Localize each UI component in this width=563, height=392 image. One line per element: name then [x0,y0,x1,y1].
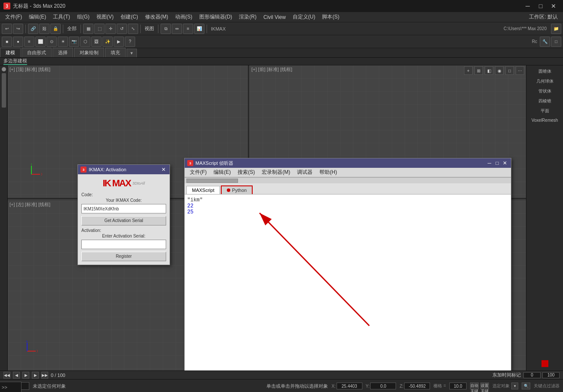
create-geo[interactable]: ● [13,37,23,47]
ms-menu-file[interactable]: 文件(F) [186,168,210,177]
maximize-button[interactable]: □ [535,0,547,12]
vp-grid-btn[interactable]: ⊞ [474,66,483,75]
play-btn[interactable]: ▶ [22,372,29,379]
ikmax-code-input[interactable] [81,204,166,213]
ms-tab-python[interactable]: Python [221,185,253,194]
panel-item-plane[interactable]: 平面 [527,107,562,115]
mirror-btn[interactable]: ⇔ [172,24,182,34]
sidebar-btn-1[interactable] [2,67,6,71]
menu-customize[interactable]: 自定义(U) [289,12,319,22]
tab-populate[interactable]: 填充 [105,48,126,57]
render-btn[interactable]: 🔧 [540,37,550,47]
menu-edit[interactable]: 编辑(E) [25,12,49,22]
close-button[interactable]: ✕ [548,0,560,12]
select-btn[interactable]: ▦ [83,24,93,34]
vp-sphere-btn[interactable]: ◉ [495,66,504,75]
scale-btn[interactable]: ⤡ [128,24,138,34]
ms-top-scrollbar[interactable] [185,177,511,183]
grid-value-input[interactable] [449,383,467,389]
obj-btn[interactable]: ⬜ [35,37,46,47]
filter-dropdown[interactable]: ▾ [511,383,518,389]
redo-btn[interactable]: ↪ [13,24,23,34]
select-region-btn[interactable]: ⬚ [94,24,105,34]
search-btn[interactable]: 🔍 [522,383,530,389]
ikmax-close-button[interactable]: ✕ [160,166,167,173]
menu-file[interactable]: 文件(F) [2,12,25,22]
menu-animation[interactable]: 动画(S) [172,12,196,22]
align-btn[interactable]: ≡ [183,24,193,34]
cam-btn[interactable]: 📷 [69,37,79,47]
minimize-button[interactable]: ─ [522,0,534,12]
end-frame-input[interactable] [542,372,560,378]
menu-civil-view[interactable]: Civil View [260,13,289,21]
tab-extra[interactable]: ▾ [127,49,137,57]
ms-editor-area[interactable]: "ikm" 22 25 [185,194,511,370]
menu-script[interactable]: 脚本(S) [319,12,343,22]
wire-btn[interactable]: ⬡ [80,37,90,47]
snap-btn[interactable]: ⧉ [161,24,171,34]
ikmax-serial-input[interactable] [81,240,166,249]
vp-dots-btn[interactable]: ⋯ [516,66,524,75]
ms-menu-help[interactable]: 帮助(H) [316,168,340,177]
anim-btn[interactable]: ▶ [114,37,124,47]
menu-create[interactable]: 创建(C) [117,12,142,22]
ms-maximize-btn[interactable]: □ [494,160,501,167]
ms-menu-macro[interactable]: 宏录制器(M) [258,168,294,177]
ms-top-scrollbar-thumb[interactable] [186,179,238,183]
rotate-btn[interactable]: ↺ [117,24,127,34]
vp-view-btn[interactable]: ◧ [485,66,493,75]
create-shape[interactable]: ■ [2,37,12,47]
menu-group[interactable]: 组(G) [74,12,93,22]
tab-freeform[interactable]: 自由形式 [22,48,52,57]
menu-render[interactable]: 渲染(R) [235,12,260,22]
sidebar-btn-2[interactable] [2,73,6,108]
unlink-btn[interactable]: ⛓ [39,24,49,34]
ms-menu-debug[interactable]: 调试器 [294,168,316,177]
menu-graph-editor[interactable]: 图形编辑器(D) [196,12,236,22]
vp-box-btn[interactable]: □ [505,66,514,75]
panel-item-tube[interactable]: 管状体 [527,87,562,96]
x-input[interactable] [337,383,362,389]
menu-tools[interactable]: 工具(T) [49,12,73,22]
tab-select[interactable]: 选择 [53,48,73,57]
light-btn[interactable]: ☀ [58,37,68,47]
next-frame-btn[interactable]: ▶ [32,372,39,379]
y-input[interactable] [370,383,396,389]
ikmax-register-btn[interactable]: Register [81,252,166,261]
undo-btn[interactable]: ↩ [2,24,12,34]
add-key-btn[interactable]: 东加时间标记 [492,372,521,378]
panel-item-geosphere[interactable]: 几何球体 [527,77,562,86]
prev-frame-btn[interactable]: ◀ [13,372,20,379]
ms-tab-maxscript[interactable]: MAXScript [186,186,220,194]
ms-minimize-btn[interactable]: ─ [486,160,493,167]
move-btn[interactable]: ✛ [105,24,116,34]
link-btn[interactable]: 🔗 [28,24,38,34]
tab-modeling[interactable]: 建模 [0,48,21,57]
panel-item-voxel[interactable]: VoxelRemesh [527,117,562,124]
set-key-btn[interactable]: 设置关键点 [480,383,489,389]
ikmax-get-activation-btn[interactable]: Get Activation Serial [81,216,166,225]
ms-close-btn[interactable]: ✕ [501,160,508,167]
render-frame-btn[interactable]: □ [551,37,561,47]
play-fwd-btn[interactable]: ▶▶ [41,372,48,379]
bind-btn[interactable]: 🔒 [50,24,61,34]
menu-view[interactable]: 视图(V) [93,12,117,22]
menu-modifier[interactable]: 修改器(M) [142,12,172,22]
graph-btn[interactable]: 📊 [194,24,204,34]
tab-paint[interactable]: 对象绘制 [74,48,104,57]
help-btn[interactable]: ? [125,37,135,47]
ms-menu-edit[interactable]: 编辑(E) [210,168,234,177]
ms-menu-search[interactable]: 搜索(S) [234,168,258,177]
start-frame-input[interactable] [523,372,541,378]
panel-item-cone[interactable]: 圆锥体 [527,67,562,76]
path-icon[interactable]: 📁 [551,24,561,34]
cylinder-btn[interactable]: ⊙ [46,37,57,47]
layer-btn[interactable]: ≡ [24,37,34,47]
auto-key-btn[interactable]: 自动关键点 [470,383,479,389]
z-input[interactable] [404,383,430,389]
vp-add-btn[interactable]: + [464,66,473,75]
play-back-btn[interactable]: ◀◀ [3,372,10,379]
subtab-poly-modeling[interactable]: 多边形建模 [3,58,27,65]
panel-item-pyramid[interactable]: 四棱锥 [527,97,562,105]
fx-btn[interactable]: ✨ [102,37,113,47]
